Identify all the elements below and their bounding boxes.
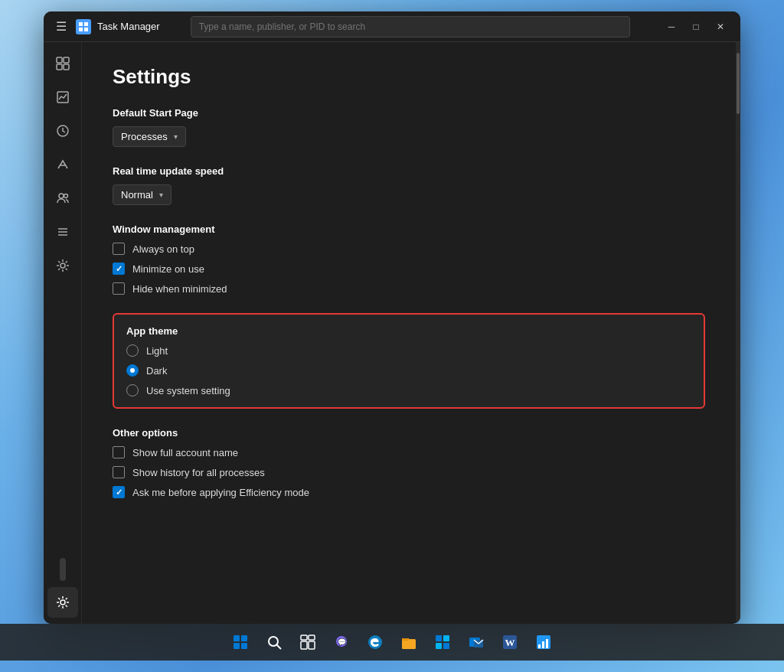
- other-options-section: Other options Show full account name Sho…: [113, 427, 705, 498]
- sidebar-settings-button[interactable]: [47, 587, 78, 618]
- svg-rect-32: [436, 635, 442, 641]
- theme-light-item[interactable]: Light: [126, 344, 691, 357]
- minimize-on-use-label: Minimize on use: [132, 263, 204, 275]
- svg-text:W: W: [505, 637, 515, 648]
- minimize-on-use-checkbox[interactable]: [113, 263, 125, 275]
- page-title: Settings: [113, 65, 705, 89]
- svg-rect-27: [309, 641, 315, 649]
- theme-dark-label: Dark: [146, 365, 167, 377]
- window-management-section: Window management Always on top Minimize…: [113, 223, 705, 295]
- maximize-button[interactable]: □: [685, 16, 707, 38]
- svg-rect-45: [546, 639, 548, 648]
- default-start-page-section: Default Start Page Processes ▾: [113, 107, 705, 147]
- other-options-label: Other options: [113, 427, 705, 439]
- hide-when-minimized-checkbox[interactable]: [113, 282, 125, 295]
- svg-rect-5: [64, 57, 69, 63]
- show-account-name-label: Show full account name: [132, 447, 238, 458]
- theme-light-label: Light: [146, 345, 168, 357]
- taskbar-chat[interactable]: 💬: [326, 627, 357, 657]
- svg-rect-18: [234, 635, 240, 641]
- hamburger-icon[interactable]: ☰: [53, 16, 70, 37]
- svg-rect-35: [443, 643, 449, 649]
- window-title: Task Manager: [97, 21, 160, 32]
- svg-point-17: [60, 600, 65, 605]
- sidebar-item-startup[interactable]: [47, 149, 78, 180]
- svg-point-22: [269, 637, 278, 646]
- main-area: Settings Default Start Page Processes ▾ …: [44, 42, 740, 624]
- svg-rect-19: [241, 635, 247, 641]
- always-on-top-checkbox[interactable]: [113, 243, 125, 255]
- svg-rect-21: [241, 643, 247, 649]
- svg-rect-25: [309, 635, 315, 640]
- show-history-checkbox[interactable]: [113, 466, 125, 478]
- sidebar-item-processes[interactable]: [47, 48, 78, 79]
- svg-rect-6: [57, 64, 62, 70]
- svg-rect-44: [542, 641, 544, 648]
- theme-dark-item[interactable]: Dark: [126, 364, 691, 377]
- task-manager-window: ☰ Task Manager ─ □ ✕: [44, 11, 740, 624]
- window-controls: ─ □ ✕: [661, 16, 731, 38]
- search-bar[interactable]: [191, 16, 630, 38]
- sidebar-item-history[interactable]: [47, 116, 78, 146]
- scrollbar-track[interactable]: [736, 42, 740, 624]
- update-speed-dropdown[interactable]: Normal ▾: [113, 184, 172, 205]
- default-start-page-value: Processes: [121, 131, 168, 142]
- sidebar-expand-handle[interactable]: [60, 558, 66, 581]
- taskbar-start[interactable]: [225, 627, 256, 657]
- ask-efficiency-checkbox[interactable]: [113, 486, 125, 498]
- theme-system-radio[interactable]: [126, 384, 139, 396]
- default-start-page-label: Default Start Page: [113, 107, 705, 119]
- default-start-page-dropdown[interactable]: Processes ▾: [113, 126, 186, 147]
- sidebar-item-performance[interactable]: [47, 82, 78, 113]
- theme-system-label: Use system setting: [146, 385, 230, 396]
- sidebar: [44, 42, 82, 624]
- sidebar-item-services[interactable]: [47, 250, 78, 281]
- taskbar-store[interactable]: [427, 627, 458, 657]
- show-history-label: Show history for all processes: [132, 467, 265, 478]
- minimize-button[interactable]: ─: [661, 16, 682, 38]
- minimize-on-use-item[interactable]: Minimize on use: [113, 263, 705, 275]
- chevron-down-icon-2: ▾: [159, 191, 163, 199]
- svg-rect-2: [79, 28, 83, 31]
- app-icon: [76, 19, 91, 34]
- sidebar-item-details[interactable]: [47, 217, 78, 247]
- update-speed-label: Real time update speed: [113, 165, 705, 177]
- svg-rect-4: [57, 57, 62, 63]
- always-on-top-item[interactable]: Always on top: [113, 243, 705, 255]
- taskbar-edge[interactable]: [360, 627, 390, 657]
- update-speed-section: Real time update speed Normal ▾: [113, 165, 705, 205]
- svg-point-12: [64, 194, 67, 198]
- show-account-name-checkbox[interactable]: [113, 446, 125, 458]
- app-theme-section: App theme Light Dark Use system setting: [113, 313, 705, 409]
- sidebar-item-users[interactable]: [47, 183, 78, 214]
- app-theme-label: App theme: [126, 325, 691, 337]
- svg-rect-1: [84, 22, 88, 26]
- ask-efficiency-label: Ask me before applying Efficiency mode: [132, 487, 309, 498]
- svg-rect-7: [64, 64, 69, 70]
- scrollbar-thumb[interactable]: [737, 53, 740, 114]
- taskbar-task-manager[interactable]: [528, 627, 559, 657]
- show-history-item[interactable]: Show history for all processes: [113, 466, 705, 478]
- theme-dark-radio[interactable]: [126, 364, 139, 377]
- close-button[interactable]: ✕: [710, 16, 731, 38]
- title-bar: ☰ Task Manager ─ □ ✕: [44, 11, 740, 42]
- svg-rect-33: [443, 635, 449, 641]
- show-account-name-item[interactable]: Show full account name: [113, 446, 705, 458]
- taskbar-file-explorer[interactable]: [394, 627, 424, 657]
- taskbar-word[interactable]: W: [495, 627, 525, 657]
- taskbar-task-view[interactable]: [292, 627, 323, 657]
- taskbar-search[interactable]: [259, 627, 289, 657]
- svg-rect-26: [301, 641, 307, 649]
- taskbar: 💬 W: [0, 624, 784, 661]
- taskbar-outlook[interactable]: [461, 627, 492, 657]
- hide-when-minimized-item[interactable]: Hide when minimized: [113, 282, 705, 295]
- ask-efficiency-item[interactable]: Ask me before applying Efficiency mode: [113, 486, 705, 498]
- search-input[interactable]: [199, 21, 622, 32]
- svg-rect-43: [538, 644, 541, 648]
- svg-point-16: [60, 263, 65, 268]
- title-bar-left: ☰ Task Manager: [53, 16, 160, 37]
- settings-content: Settings Default Start Page Processes ▾ …: [82, 42, 736, 624]
- theme-system-item[interactable]: Use system setting: [126, 384, 691, 396]
- theme-light-radio[interactable]: [126, 344, 139, 357]
- svg-point-11: [59, 194, 64, 198]
